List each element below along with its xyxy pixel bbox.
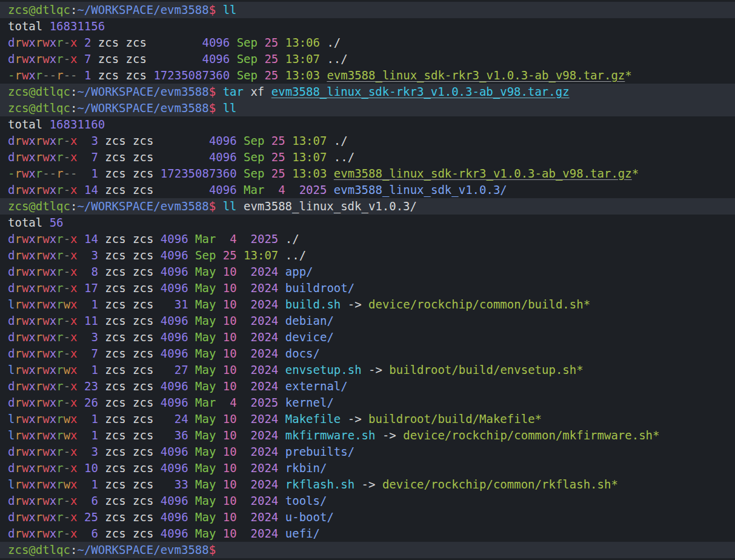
link-count: 8	[78, 265, 105, 278]
permissions-char: w	[22, 461, 28, 475]
terminal-line: total 16831156	[0, 18, 735, 35]
permissions-char: x	[70, 314, 77, 327]
permissions-char: d	[8, 396, 15, 409]
year: 2024	[244, 478, 285, 491]
permissions-char: x	[28, 134, 35, 147]
permissions-char: w	[42, 265, 49, 278]
symlink-arrow: ->	[354, 478, 382, 491]
time: 13:07	[244, 248, 285, 262]
permissions-char: r	[56, 379, 63, 393]
permissions-char: r	[15, 461, 21, 475]
terminal-line: drwxrwxr-x 25 zcs zcs 4096 May 10 2024 u…	[0, 509, 735, 525]
permissions-char: w	[22, 150, 28, 164]
command-text: ll	[223, 199, 237, 213]
permissions-char: r	[56, 445, 63, 458]
terminal-line: lrwxrwxrwx 1 zcs zcs 33 May 10 2024 rkfl…	[0, 476, 735, 493]
permissions-char: r	[15, 527, 21, 540]
permissions-char: x	[28, 36, 35, 49]
permissions-char: d	[8, 494, 15, 507]
file-size: 4096	[161, 183, 244, 196]
day: 25	[264, 68, 285, 82]
month: May	[195, 314, 223, 327]
command-text: ll	[223, 101, 237, 115]
dir-name: prebuilts/	[285, 445, 354, 458]
permissions-char: r	[36, 363, 42, 376]
permissions-char: w	[42, 134, 49, 147]
owner-group: zcs zcs	[105, 330, 161, 344]
month: Sep	[195, 248, 223, 262]
permissions-char: x	[50, 428, 56, 442]
dir-name: buildroot/	[285, 281, 354, 295]
permissions-char: x	[70, 298, 77, 311]
permissions-char: r	[36, 36, 42, 49]
permissions-char: r	[15, 445, 21, 458]
permissions-char: r	[56, 232, 63, 245]
terminal-line: drwxrwxr-x 7 zcs zcs 4096 Sep 25 13:07 .…	[0, 51, 735, 67]
owner-group: zcs zcs	[105, 281, 161, 295]
permissions-char: x	[28, 167, 35, 180]
permissions-char: w	[22, 298, 28, 311]
terminal-line: drwxrwxr-x 6 zcs zcs 4096 May 10 2024 to…	[0, 493, 735, 509]
permissions-char: w	[22, 281, 28, 295]
day: 10	[223, 281, 244, 295]
permissions-char: w	[42, 183, 49, 196]
month: Mar	[195, 232, 223, 245]
file-size: 36	[161, 428, 195, 442]
year: 2025	[292, 183, 334, 196]
permissions-char: r	[36, 248, 42, 262]
permissions-char: -	[8, 68, 15, 82]
permissions-char: w	[64, 412, 70, 425]
command-line: zcs@dtlqc:~/WORKSPACE/evm3588$	[0, 542, 735, 558]
permissions-char: x	[70, 461, 77, 475]
permissions-char: x	[50, 461, 56, 475]
permissions-char: r	[36, 445, 42, 458]
day: 25	[271, 134, 292, 147]
file-size: 4096	[161, 494, 195, 507]
file-size: 4096	[161, 248, 195, 262]
link-count: 26	[78, 396, 105, 409]
owner-group: zcs zcs	[105, 134, 161, 147]
file-size: 27	[161, 363, 195, 376]
file-size: 4096	[161, 150, 244, 164]
terminal-line: drwxrwxr-x 14 zcs zcs 4096 Mar 4 2025 ev…	[0, 182, 735, 198]
exec-indicator: *	[611, 478, 617, 491]
dir-name: ../	[327, 52, 347, 65]
permissions-char: -	[64, 150, 70, 164]
permissions-char: d	[8, 347, 15, 360]
permissions-char: w	[42, 347, 49, 360]
permissions-char: w	[22, 52, 28, 65]
day: 10	[223, 347, 244, 360]
file-size: 4096	[161, 232, 195, 245]
terminal-line: drwxrwxr-x 7 zcs zcs 4096 Sep 25 13:07 .…	[0, 149, 735, 165]
month: May	[195, 445, 223, 458]
day: 4	[223, 232, 244, 245]
link-count: 7	[78, 347, 105, 360]
permissions-char: r	[56, 396, 63, 409]
prompt-symbol: $	[209, 3, 216, 16]
permissions-char: x	[70, 281, 77, 295]
permissions-char: -	[64, 445, 70, 458]
command-text: ll	[223, 3, 237, 16]
permissions-char: w	[42, 527, 49, 540]
permissions-char: x	[70, 150, 77, 164]
permissions-char: r	[56, 330, 63, 344]
month: May	[195, 347, 223, 360]
permissions-char: -	[64, 68, 70, 82]
permissions-char: x	[50, 396, 56, 409]
permissions-char: w	[22, 347, 28, 360]
text-run	[216, 101, 222, 115]
permissions-char: x	[70, 134, 77, 147]
permissions-char: x	[28, 445, 35, 458]
permissions-char: -	[64, 494, 70, 507]
dir-name: u-boot/	[285, 510, 334, 524]
link-count: 6	[78, 527, 105, 540]
terminal-line: lrwxrwxrwx 1 zcs zcs 27 May 10 2024 envs…	[0, 362, 735, 378]
permissions-char: r	[36, 52, 42, 65]
file-size: 24	[161, 412, 195, 425]
terminal-screen[interactable]: zcs@dtlqc:~/WORKSPACE/evm3588$ lltotal 1…	[0, 0, 735, 560]
command-line: zcs@dtlqc:~/WORKSPACE/evm3588$ ll	[0, 100, 735, 116]
permissions-char: r	[15, 379, 21, 393]
permissions-char: r	[15, 150, 21, 164]
permissions-char: x	[28, 347, 35, 360]
permissions-char: -	[64, 52, 70, 65]
